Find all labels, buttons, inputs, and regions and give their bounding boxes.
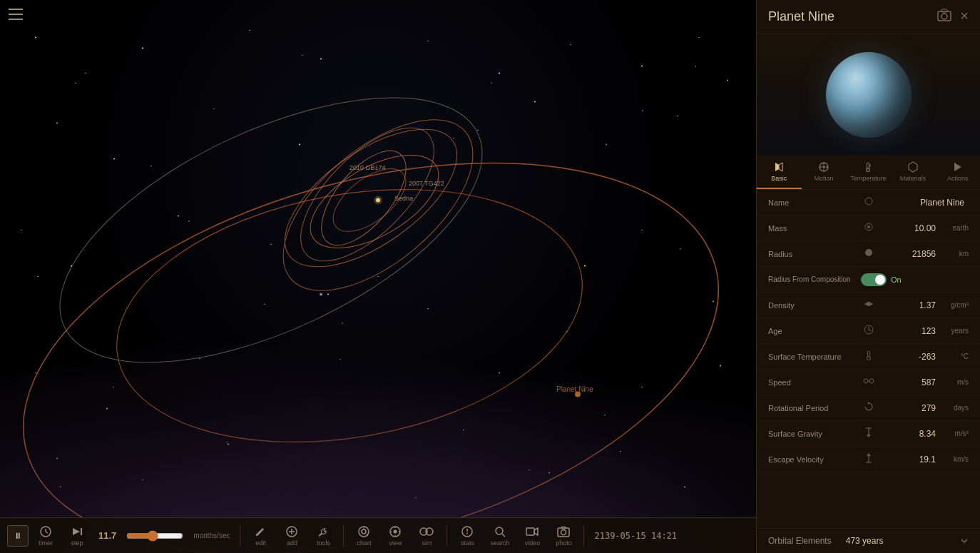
prop-age-icon xyxy=(861,325,877,337)
prop-radius-comp-label: Radius From Composition xyxy=(768,275,861,283)
svg-point-14 xyxy=(698,37,700,39)
svg-point-29 xyxy=(427,308,429,310)
svg-line-66 xyxy=(46,532,48,533)
step-label: step xyxy=(71,539,83,547)
edit-button[interactable]: edit xyxy=(246,518,275,553)
prop-age-value: 123 xyxy=(877,326,936,336)
svg-point-9 xyxy=(320,59,322,60)
svg-point-22 xyxy=(677,116,678,116)
svg-rect-1 xyxy=(9,14,23,15)
pause-button[interactable]: ⏸ xyxy=(7,525,29,547)
svg-point-19 xyxy=(477,130,479,131)
svg-point-96 xyxy=(941,14,947,19)
svg-point-6 xyxy=(85,73,86,74)
prop-speed-icon xyxy=(861,377,877,387)
prop-density-label: Density xyxy=(768,301,861,310)
search-button[interactable]: search xyxy=(484,518,515,553)
prop-radius-row: Radius 21856 km xyxy=(757,241,980,267)
radius-comp-toggle-label: On xyxy=(891,275,902,284)
stats-label: stats xyxy=(461,539,474,547)
tab-temperature[interactable]: Temperature xyxy=(846,156,891,189)
svg-point-77 xyxy=(394,529,397,533)
prop-temp-row: Surface Temperature -263 °C xyxy=(757,344,980,370)
svg-point-114 xyxy=(865,303,867,305)
orbital-period-value: 473 years xyxy=(846,536,884,546)
sim-label: sim xyxy=(422,539,432,547)
photo-button[interactable]: photo xyxy=(549,518,578,553)
svg-point-50 xyxy=(22,43,520,417)
panel-title: Planet Nine xyxy=(768,9,834,24)
stats-button[interactable]: stats xyxy=(453,518,481,553)
svg-point-86 xyxy=(466,532,468,534)
menu-button[interactable] xyxy=(9,9,23,24)
radius-comp-toggle[interactable] xyxy=(861,273,887,286)
svg-point-34 xyxy=(106,408,108,410)
prop-mass-icon xyxy=(861,222,877,234)
prop-radius-unit: km xyxy=(940,250,969,258)
svg-point-122 xyxy=(869,379,874,383)
timer-button[interactable]: timer xyxy=(31,518,60,553)
speed-slider[interactable] xyxy=(126,530,183,542)
photo-label: photo xyxy=(556,539,572,547)
step-button[interactable]: step xyxy=(63,518,91,553)
prop-gravity-label: Surface Gravity xyxy=(768,430,861,438)
prop-mass-row: Mass 10.00 earth xyxy=(757,215,980,241)
edit-label: edit xyxy=(255,539,266,547)
svg-point-37 xyxy=(641,387,643,388)
chart-label: chart xyxy=(357,539,371,547)
prop-escape-value: 19.1 xyxy=(877,455,936,465)
prop-radius-icon xyxy=(861,248,877,259)
video-button[interactable]: video xyxy=(518,518,546,553)
prop-rot-label: Rotational Period xyxy=(768,404,861,412)
prop-escape-unit: km/s xyxy=(940,455,969,463)
svg-point-112 xyxy=(865,249,872,256)
svg-text:Planet Nine: Planet Nine xyxy=(556,385,593,393)
svg-point-27 xyxy=(270,244,271,245)
prop-speed-value: 587 xyxy=(877,377,936,387)
svg-point-35 xyxy=(199,358,200,359)
svg-point-115 xyxy=(871,303,873,305)
tab-materials[interactable]: Materials xyxy=(891,156,936,189)
svg-point-49 xyxy=(96,156,602,476)
tab-basic[interactable]: Basic xyxy=(757,156,802,189)
prop-age-unit: years xyxy=(940,327,969,335)
prop-speed-row: Speed 587 m/s xyxy=(757,370,980,395)
orbital-elements-section[interactable]: Orbital Elements 473 years xyxy=(757,528,980,553)
svg-point-73 xyxy=(362,529,366,534)
orbital-elements-label: Orbital Elements xyxy=(768,536,832,546)
svg-marker-129 xyxy=(867,453,871,456)
prop-gravity-row: Surface Gravity 8.34 m/s² xyxy=(757,421,980,447)
tab-actions[interactable]: Actions xyxy=(935,156,980,189)
sim-button[interactable]: sim xyxy=(412,518,441,553)
tools-button[interactable]: tools xyxy=(309,518,337,553)
svg-point-24 xyxy=(21,230,22,231)
svg-point-53 xyxy=(279,106,455,283)
panel-close-icon[interactable]: × xyxy=(960,9,969,25)
svg-point-5 xyxy=(35,37,36,39)
add-label: add xyxy=(287,539,297,547)
svg-point-30 xyxy=(584,265,586,267)
prop-radius-label: Radius xyxy=(768,250,861,258)
svg-point-59 xyxy=(575,392,581,397)
svg-point-46 xyxy=(684,487,685,488)
svg-point-11 xyxy=(499,73,500,74)
svg-point-41 xyxy=(228,444,229,445)
svg-point-13 xyxy=(641,66,643,67)
prop-name-icon xyxy=(861,197,877,208)
prop-age-label: Age xyxy=(768,327,861,335)
view-button[interactable]: view xyxy=(381,518,409,553)
add-button[interactable]: add xyxy=(277,518,306,553)
svg-text:Sedna: Sedna xyxy=(394,195,413,202)
orbital-paths-svg: 2010 GB174 2007 TG422 Sedna Planet Nine xyxy=(0,0,756,553)
tab-motion[interactable]: Motion xyxy=(802,156,847,189)
tab-bar: Basic Motion Temperature xyxy=(757,156,980,190)
search-label: search xyxy=(490,539,509,547)
svg-line-88 xyxy=(502,534,505,537)
prop-speed-unit: m/s xyxy=(940,378,969,386)
panel-camera-icon[interactable] xyxy=(937,9,951,25)
svg-point-39 xyxy=(56,458,58,460)
chevron-down-icon xyxy=(960,537,969,545)
svg-rect-119 xyxy=(868,351,870,357)
prop-mass-label: Mass xyxy=(768,224,861,233)
chart-button[interactable]: chart xyxy=(349,518,378,553)
